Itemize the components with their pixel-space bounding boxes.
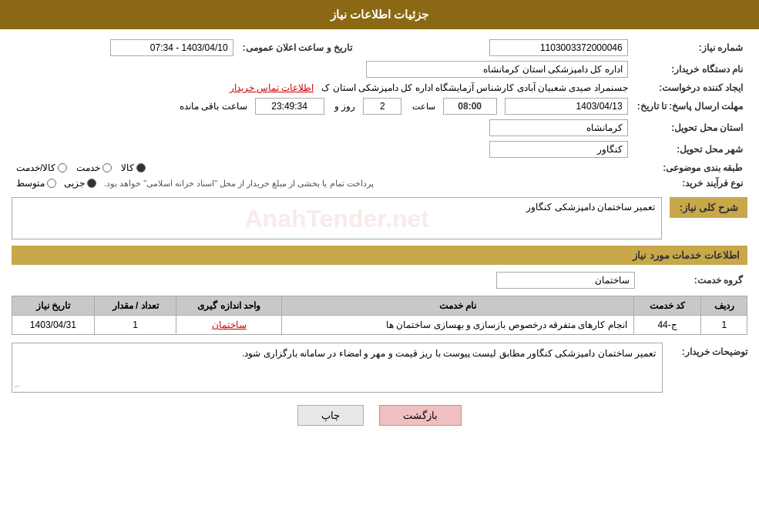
main-info-table: شماره نیاز: 1103003372000046 تاریخ و ساع… [12,37,747,191]
row-number: 1 [701,316,747,335]
days-label: روز و [334,101,355,112]
need-description-section: شرح کلی نیاز: تعمیر ساختمان دامپزشکی کنگ… [12,197,747,239]
buyer-label: نام دستگاه خریدار: [633,59,747,80]
process-label: نوع فرآیند خرید: [633,176,747,191]
buyer-notes-section: توضیحات خریدار: تعمیر ساختمان دامپزشکی ک… [12,343,747,393]
buyer-input: اداره کل دامپزشکی استان کرمانشاه [366,61,628,78]
print-button[interactable]: چاپ [297,405,364,426]
deadline-time-label: ساعت [412,102,435,111]
page-content: شماره نیاز: 1103003372000046 تاریخ و ساع… [0,29,759,441]
radio-partial-label: جزیی [64,178,85,189]
radio-medium-circle [47,179,56,188]
province-row: استان محل تحویل: کرمانشاه [12,117,747,139]
col-date: تاریخ نیاز [12,296,95,316]
col-code: کد خدمت [633,296,701,316]
radio-goods[interactable]: کالا [121,162,146,173]
province-value: کرمانشاه [12,117,633,139]
date-input: 1403/04/10 - 07:34 [110,39,233,56]
back-button[interactable]: بازگشت [379,405,462,426]
radio-goods-service-label: کالا/خدمت [16,162,55,173]
radio-partial[interactable]: جزیی [64,178,96,189]
service-group-table: گروه خدمت: ساختمان [12,269,747,291]
radio-goods-label: کالا [121,162,134,173]
need-number-value: 1103003372000046 [380,37,633,59]
deadline-row: مهلت ارسال پاسخ: تا تاریخ: 1403/04/13 08… [12,95,747,117]
buyer-notes-text: تعمیر ساختمان دامپزشکی کنگاور مطابق لیست… [242,348,656,359]
radio-goods-circle [136,163,146,172]
radio-service-circle [102,163,112,172]
service-group-input: ساختمان [496,272,635,289]
creator-label: ایجاد کننده درخواست: [633,80,747,95]
date-value: 1403/04/10 - 07:34 [12,37,238,59]
buyer-row: نام دستگاه خریدار: اداره کل دامپزشکی است… [12,59,747,80]
process-note: پرداخت تمام یا بخشی از مبلغ خریدار از مح… [104,179,374,189]
creator-row: ایجاد کننده درخواست: جسنمراد صیدی شعبیان… [12,80,747,95]
services-header-row: ردیف کد خدمت نام خدمت واحد اندازه گیری ت… [12,296,747,316]
need-description-wrapper: تعمیر ساختمان دامپزشکی کنگاور AnahTender… [12,197,662,239]
col-name: نام خدمت [282,296,634,316]
col-quantity: تعداد / مقدار [94,296,176,316]
province-label: استان محل تحویل: [633,117,747,139]
row-unit[interactable]: ساختمان [176,316,282,335]
radio-service-label: خدمت [76,162,100,173]
category-row: طبقه بندی موضوعی: کالا/خدمت خدمت [12,160,747,176]
radio-medium-label: متوسط [16,178,45,189]
col-row: ردیف [701,296,747,316]
need-number-row: شماره نیاز: 1103003372000046 تاریخ و ساع… [12,37,747,59]
city-value: کنگاور [12,139,633,160]
services-table-head: ردیف کد خدمت نام خدمت واحد اندازه گیری ت… [12,296,747,316]
service-group-label: گروه خدمت: [640,269,747,291]
category-radio-group: کالا/خدمت خدمت کالا [16,162,628,173]
row-date: 1403/04/31 [12,316,95,335]
radio-service[interactable]: خدمت [76,162,112,173]
deadline-date-input: 1403/04/13 [505,98,628,115]
process-row: نوع فرآیند خرید: متوسط جزیی پرداخت تمام … [12,176,747,191]
category-label: طبقه بندی موضوعی: [633,160,747,176]
creator-text: جسنمراد صیدی شعبیان آبادی کارشناس آزمایش… [321,82,627,93]
city-row: شهر محل تحویل: کنگاور [12,139,747,160]
col-unit: واحد اندازه گیری [176,296,282,316]
service-group-value: ساختمان [12,269,640,291]
page-title: جزئیات اطلاعات نیاز [331,8,428,21]
process-value: متوسط جزیی پرداخت تمام یا بخشی از مبلغ خ… [12,176,633,191]
buttons-row: بازگشت چاپ [12,405,747,426]
days-input: 2 [363,98,401,115]
services-section-title: اطلاعات خدمات مورد نیاز [12,246,747,265]
resize-handle: ⌐ [15,382,20,390]
buyer-value: اداره کل دامپزشکی استان کرمانشاه [12,59,633,80]
creator-link[interactable]: اطلاعات تماس خریدار [230,82,314,93]
radio-goods-service-circle [58,163,67,172]
creator-value: جسنمراد صیدی شعبیان آبادی کارشناس آزمایش… [12,80,633,95]
province-input: کرمانشاه [489,119,628,136]
radio-partial-circle [87,179,96,188]
radio-goods-service[interactable]: کالا/خدمت [16,162,67,173]
city-input: کنگاور [489,141,628,158]
row-quantity: 1 [94,316,176,335]
date-label: تاریخ و ساعت اعلان عمومی: [238,37,357,59]
category-value: کالا/خدمت خدمت کالا [12,160,633,176]
deadline-label: مهلت ارسال پاسخ: تا تاریخ: [633,95,747,117]
row-name: انجام کارهای متفرقه درخصوص بازسازی و بهس… [282,316,634,335]
remaining-label: ساعت باقی مانده [180,101,247,112]
service-group-row: گروه خدمت: ساختمان [12,269,747,291]
need-number-label: شماره نیاز: [633,37,747,59]
need-description-input[interactable]: تعمیر ساختمان دامپزشکی کنگاور [12,197,662,239]
remaining-input: 23:49:34 [255,98,324,115]
row-code: ج-44 [633,316,701,335]
buyer-notes-label: توضیحات خریدار: [670,343,747,357]
deadline-value: 1403/04/13 08:00 ساعت 2 روز و 23:49:34 س… [12,95,633,117]
page-header: جزئیات اطلاعات نیاز [0,0,759,29]
city-label: شهر محل تحویل: [633,139,747,160]
need-number-input: 1103003372000046 [489,39,628,56]
process-group: متوسط جزیی پرداخت تمام یا بخشی از مبلغ خ… [16,178,628,189]
need-description-text: تعمیر ساختمان دامپزشکی کنگاور [526,202,655,212]
radio-medium[interactable]: متوسط [16,178,56,189]
time-label: 08:00 [443,98,497,115]
services-table: ردیف کد خدمت نام خدمت واحد اندازه گیری ت… [12,296,747,335]
table-row: 1 ج-44 انجام کارهای متفرقه درخصوص بازساز… [12,316,747,335]
buyer-notes-box[interactable]: تعمیر ساختمان دامپزشکی کنگاور مطابق لیست… [12,343,663,393]
need-description-label: شرح کلی نیاز: [670,197,747,218]
page-wrapper: جزئیات اطلاعات نیاز شماره نیاز: 11030033… [0,0,759,532]
services-table-body: 1 ج-44 انجام کارهای متفرقه درخصوص بازساز… [12,316,747,335]
